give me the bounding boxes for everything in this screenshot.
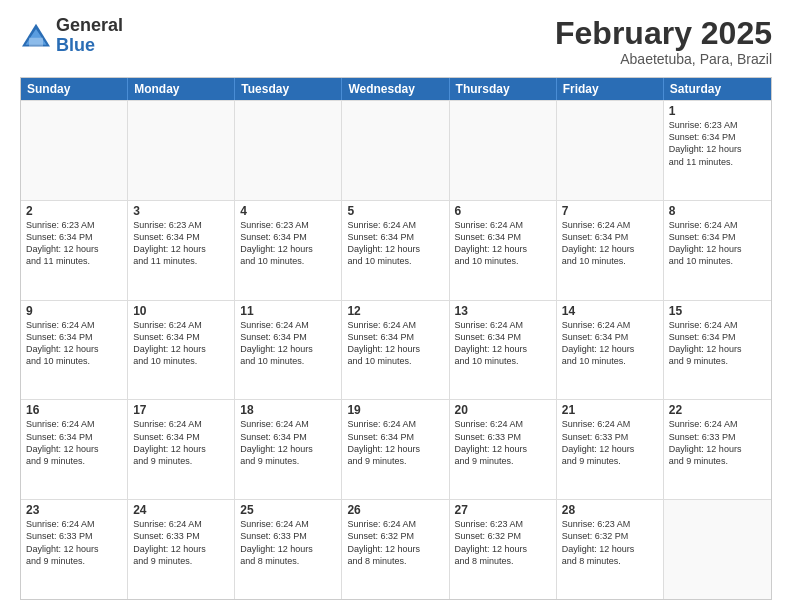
calendar-cell: 9Sunrise: 6:24 AMSunset: 6:34 PMDaylight… xyxy=(21,301,128,400)
cell-daylight-info: Sunrise: 6:24 AMSunset: 6:34 PMDaylight:… xyxy=(133,319,229,368)
cell-daylight-info: Sunrise: 6:24 AMSunset: 6:34 PMDaylight:… xyxy=(26,319,122,368)
day-number: 4 xyxy=(240,204,336,218)
calendar-cell xyxy=(128,101,235,200)
calendar-cell: 22Sunrise: 6:24 AMSunset: 6:33 PMDayligh… xyxy=(664,400,771,499)
cell-daylight-info: Sunrise: 6:24 AMSunset: 6:34 PMDaylight:… xyxy=(669,319,766,368)
day-number: 1 xyxy=(669,104,766,118)
calendar-cell: 27Sunrise: 6:23 AMSunset: 6:32 PMDayligh… xyxy=(450,500,557,599)
calendar-cell: 6Sunrise: 6:24 AMSunset: 6:34 PMDaylight… xyxy=(450,201,557,300)
day-number: 16 xyxy=(26,403,122,417)
cell-daylight-info: Sunrise: 6:24 AMSunset: 6:34 PMDaylight:… xyxy=(26,418,122,467)
day-number: 27 xyxy=(455,503,551,517)
day-number: 15 xyxy=(669,304,766,318)
calendar-row-1: 2Sunrise: 6:23 AMSunset: 6:34 PMDaylight… xyxy=(21,200,771,300)
location-subtitle: Abaetetuba, Para, Brazil xyxy=(555,51,772,67)
cell-daylight-info: Sunrise: 6:24 AMSunset: 6:33 PMDaylight:… xyxy=(133,518,229,567)
day-number: 17 xyxy=(133,403,229,417)
calendar-cell: 8Sunrise: 6:24 AMSunset: 6:34 PMDaylight… xyxy=(664,201,771,300)
calendar-row-3: 16Sunrise: 6:24 AMSunset: 6:34 PMDayligh… xyxy=(21,399,771,499)
day-number: 6 xyxy=(455,204,551,218)
calendar-cell: 5Sunrise: 6:24 AMSunset: 6:34 PMDaylight… xyxy=(342,201,449,300)
header-day-saturday: Saturday xyxy=(664,78,771,100)
calendar-cell: 15Sunrise: 6:24 AMSunset: 6:34 PMDayligh… xyxy=(664,301,771,400)
logo-text: General Blue xyxy=(56,16,123,56)
calendar-cell: 7Sunrise: 6:24 AMSunset: 6:34 PMDaylight… xyxy=(557,201,664,300)
calendar-cell: 19Sunrise: 6:24 AMSunset: 6:34 PMDayligh… xyxy=(342,400,449,499)
calendar-cell xyxy=(235,101,342,200)
calendar-row-4: 23Sunrise: 6:24 AMSunset: 6:33 PMDayligh… xyxy=(21,499,771,599)
header-day-sunday: Sunday xyxy=(21,78,128,100)
month-title: February 2025 xyxy=(555,16,772,51)
calendar-cell: 18Sunrise: 6:24 AMSunset: 6:34 PMDayligh… xyxy=(235,400,342,499)
cell-daylight-info: Sunrise: 6:24 AMSunset: 6:33 PMDaylight:… xyxy=(240,518,336,567)
calendar-body: 1Sunrise: 6:23 AMSunset: 6:34 PMDaylight… xyxy=(21,100,771,599)
calendar-cell: 25Sunrise: 6:24 AMSunset: 6:33 PMDayligh… xyxy=(235,500,342,599)
calendar-cell xyxy=(664,500,771,599)
calendar-cell: 10Sunrise: 6:24 AMSunset: 6:34 PMDayligh… xyxy=(128,301,235,400)
header-day-thursday: Thursday xyxy=(450,78,557,100)
calendar-cell xyxy=(342,101,449,200)
day-number: 21 xyxy=(562,403,658,417)
svg-rect-2 xyxy=(29,38,43,47)
cell-daylight-info: Sunrise: 6:23 AMSunset: 6:34 PMDaylight:… xyxy=(133,219,229,268)
calendar-cell: 28Sunrise: 6:23 AMSunset: 6:32 PMDayligh… xyxy=(557,500,664,599)
calendar-cell: 4Sunrise: 6:23 AMSunset: 6:34 PMDaylight… xyxy=(235,201,342,300)
calendar-cell: 3Sunrise: 6:23 AMSunset: 6:34 PMDaylight… xyxy=(128,201,235,300)
calendar-cell xyxy=(557,101,664,200)
cell-daylight-info: Sunrise: 6:24 AMSunset: 6:34 PMDaylight:… xyxy=(347,319,443,368)
day-number: 24 xyxy=(133,503,229,517)
page: General Blue February 2025 Abaetetuba, P… xyxy=(0,0,792,612)
cell-daylight-info: Sunrise: 6:24 AMSunset: 6:34 PMDaylight:… xyxy=(562,319,658,368)
calendar-cell: 13Sunrise: 6:24 AMSunset: 6:34 PMDayligh… xyxy=(450,301,557,400)
cell-daylight-info: Sunrise: 6:23 AMSunset: 6:34 PMDaylight:… xyxy=(26,219,122,268)
cell-daylight-info: Sunrise: 6:24 AMSunset: 6:34 PMDaylight:… xyxy=(455,319,551,368)
cell-daylight-info: Sunrise: 6:23 AMSunset: 6:32 PMDaylight:… xyxy=(562,518,658,567)
cell-daylight-info: Sunrise: 6:24 AMSunset: 6:33 PMDaylight:… xyxy=(669,418,766,467)
logo: General Blue xyxy=(20,16,123,56)
logo-icon xyxy=(20,22,52,50)
cell-daylight-info: Sunrise: 6:24 AMSunset: 6:34 PMDaylight:… xyxy=(669,219,766,268)
calendar-cell: 11Sunrise: 6:24 AMSunset: 6:34 PMDayligh… xyxy=(235,301,342,400)
header-day-wednesday: Wednesday xyxy=(342,78,449,100)
header-day-tuesday: Tuesday xyxy=(235,78,342,100)
day-number: 7 xyxy=(562,204,658,218)
day-number: 25 xyxy=(240,503,336,517)
calendar-cell: 12Sunrise: 6:24 AMSunset: 6:34 PMDayligh… xyxy=(342,301,449,400)
title-block: February 2025 Abaetetuba, Para, Brazil xyxy=(555,16,772,67)
cell-daylight-info: Sunrise: 6:24 AMSunset: 6:33 PMDaylight:… xyxy=(26,518,122,567)
day-number: 18 xyxy=(240,403,336,417)
day-number: 22 xyxy=(669,403,766,417)
calendar-cell: 24Sunrise: 6:24 AMSunset: 6:33 PMDayligh… xyxy=(128,500,235,599)
calendar-cell: 16Sunrise: 6:24 AMSunset: 6:34 PMDayligh… xyxy=(21,400,128,499)
cell-daylight-info: Sunrise: 6:24 AMSunset: 6:34 PMDaylight:… xyxy=(455,219,551,268)
cell-daylight-info: Sunrise: 6:24 AMSunset: 6:32 PMDaylight:… xyxy=(347,518,443,567)
calendar-cell: 26Sunrise: 6:24 AMSunset: 6:32 PMDayligh… xyxy=(342,500,449,599)
day-number: 20 xyxy=(455,403,551,417)
calendar-row-0: 1Sunrise: 6:23 AMSunset: 6:34 PMDaylight… xyxy=(21,100,771,200)
day-number: 8 xyxy=(669,204,766,218)
day-number: 13 xyxy=(455,304,551,318)
calendar-header: SundayMondayTuesdayWednesdayThursdayFrid… xyxy=(21,78,771,100)
calendar: SundayMondayTuesdayWednesdayThursdayFrid… xyxy=(20,77,772,600)
day-number: 11 xyxy=(240,304,336,318)
cell-daylight-info: Sunrise: 6:24 AMSunset: 6:34 PMDaylight:… xyxy=(240,418,336,467)
cell-daylight-info: Sunrise: 6:24 AMSunset: 6:34 PMDaylight:… xyxy=(240,319,336,368)
cell-daylight-info: Sunrise: 6:24 AMSunset: 6:33 PMDaylight:… xyxy=(562,418,658,467)
cell-daylight-info: Sunrise: 6:24 AMSunset: 6:33 PMDaylight:… xyxy=(455,418,551,467)
header: General Blue February 2025 Abaetetuba, P… xyxy=(20,16,772,67)
day-number: 9 xyxy=(26,304,122,318)
calendar-cell: 20Sunrise: 6:24 AMSunset: 6:33 PMDayligh… xyxy=(450,400,557,499)
cell-daylight-info: Sunrise: 6:24 AMSunset: 6:34 PMDaylight:… xyxy=(133,418,229,467)
header-day-monday: Monday xyxy=(128,78,235,100)
day-number: 14 xyxy=(562,304,658,318)
logo-blue: Blue xyxy=(56,36,123,56)
cell-daylight-info: Sunrise: 6:23 AMSunset: 6:34 PMDaylight:… xyxy=(240,219,336,268)
day-number: 28 xyxy=(562,503,658,517)
calendar-row-2: 9Sunrise: 6:24 AMSunset: 6:34 PMDaylight… xyxy=(21,300,771,400)
logo-general: General xyxy=(56,16,123,36)
cell-daylight-info: Sunrise: 6:24 AMSunset: 6:34 PMDaylight:… xyxy=(347,418,443,467)
day-number: 12 xyxy=(347,304,443,318)
calendar-cell: 17Sunrise: 6:24 AMSunset: 6:34 PMDayligh… xyxy=(128,400,235,499)
cell-daylight-info: Sunrise: 6:23 AMSunset: 6:34 PMDaylight:… xyxy=(669,119,766,168)
day-number: 23 xyxy=(26,503,122,517)
